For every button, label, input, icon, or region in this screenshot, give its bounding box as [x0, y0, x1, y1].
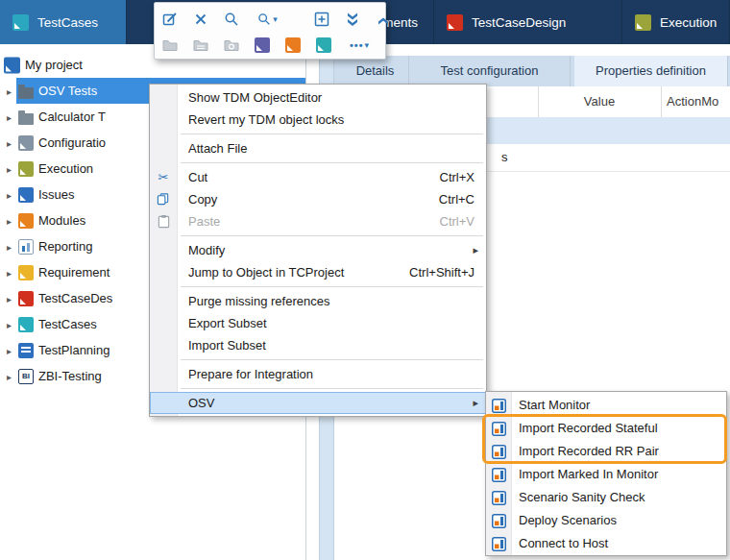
edit-icon[interactable]: [160, 10, 180, 29]
folder-search-icon[interactable]: [222, 36, 241, 55]
project-icon: [4, 57, 20, 73]
menu-shortcut: Ctrl+X: [440, 166, 474, 188]
submenu-arrow-icon: ▸: [473, 392, 478, 414]
osv-module-icon: [491, 467, 506, 482]
tab-label: TestCases: [37, 15, 98, 30]
module-teal-icon[interactable]: [314, 36, 333, 55]
menu-item-label: Paste: [188, 214, 220, 229]
expand-icon[interactable]: [374, 10, 393, 29]
menu-item-export-subset[interactable]: Export Subset: [150, 312, 486, 334]
tree-item-label: TestCases: [38, 317, 97, 331]
tree-item-label: TestCaseDes: [38, 291, 112, 305]
toolbar-row-1: ▾: [160, 6, 379, 32]
expand-arrow-icon[interactable]: ▸: [7, 371, 12, 381]
tree-item-label: Configuratio: [38, 135, 106, 150]
menu-item-attach-file[interactable]: Attach File: [150, 137, 486, 159]
menu-item-modify[interactable]: Modify ▸: [150, 239, 486, 261]
tab-execution[interactable]: Execution: [622, 0, 730, 44]
menu-separator: [181, 286, 483, 287]
expand-arrow-icon[interactable]: ▸: [7, 215, 12, 226]
expand-arrow-icon[interactable]: ▸: [7, 189, 12, 200]
expand-arrow-icon[interactable]: ▸: [7, 293, 12, 304]
menu-separator: [181, 162, 483, 163]
osv-module-icon: [491, 490, 506, 505]
menu-item-jump-to-object[interactable]: Jump to Object in TCProject Ctrl+Shift+J: [150, 261, 486, 283]
expand-arrow-icon[interactable]: ▸: [7, 345, 12, 355]
osv-module-icon: [491, 513, 506, 528]
menu-item-label: Scenario Sanity Check: [519, 490, 645, 504]
osv-module-icon: [491, 444, 506, 459]
tab-label: Execution: [660, 15, 717, 30]
menu-item-paste[interactable]: Paste Ctrl+V: [150, 210, 486, 232]
menu-separator: [181, 359, 483, 360]
add-box-icon[interactable]: [312, 10, 331, 29]
submenu-arrow-icon: ▸: [473, 239, 478, 261]
folder-icon: [18, 87, 34, 99]
submenu-item-deploy-scenarios[interactable]: Deploy Scenarios: [486, 509, 726, 532]
menu-item-label: Attach File: [188, 141, 247, 156]
folder-structure-icon[interactable]: [191, 36, 210, 55]
chevron-down-icon: ▾: [365, 40, 370, 50]
menu-item-import-subset[interactable]: Import Subset: [150, 334, 486, 356]
testcases-folder-icon: [18, 317, 34, 332]
delete-icon[interactable]: [191, 10, 210, 29]
tab-test-configuration[interactable]: Test configuration: [409, 56, 571, 86]
subtab-label: Properties definition: [596, 63, 706, 78]
expand-arrow-icon[interactable]: ▸: [7, 163, 12, 174]
submenu-item-import-recorded-rr-pair[interactable]: Import Recorded RR Pair: [486, 440, 726, 463]
menu-item-prepare-for-integration[interactable]: Prepare for Integration: [150, 363, 486, 385]
submenu-item-connect-to-host[interactable]: Connect to Host: [486, 532, 726, 555]
expand-arrow-icon[interactable]: ▸: [7, 319, 12, 329]
more-options-icon[interactable]: ••• ▾: [345, 36, 374, 55]
tree-item-label: ZBI-Testing: [38, 369, 102, 383]
menu-item-label: Connect to Host: [519, 536, 608, 550]
expand-arrow-icon[interactable]: ▸: [7, 267, 12, 278]
menu-item-copy[interactable]: Copy Ctrl+C: [150, 188, 486, 210]
osv-submenu: Start Monitor Import Recorded Stateful I…: [485, 391, 727, 556]
subtab-label: Test configuration: [441, 63, 539, 78]
menu-item-label: Revert my TDM object locks: [188, 112, 344, 127]
column-header-value[interactable]: Value: [538, 86, 661, 117]
zoom-dropdown-icon[interactable]: ▾: [253, 10, 281, 29]
tree-item-label: OSV Tests: [38, 84, 97, 98]
menu-item-purge-missing-references[interactable]: Purge missing references: [150, 290, 486, 312]
expand-arrow-icon[interactable]: ▸: [7, 85, 12, 96]
tree-item-label: Issues: [38, 187, 75, 202]
tab-properties-definition[interactable]: Properties definition: [574, 56, 728, 86]
testcasedesign-folder-icon: [18, 291, 34, 306]
tab-testcases[interactable]: TestCases: [0, 0, 127, 44]
submenu-item-scenario-sanity-check[interactable]: Scenario Sanity Check: [486, 486, 726, 509]
submenu-item-start-monitor[interactable]: Start Monitor: [486, 394, 726, 417]
menu-item-label: Show TDM ObjectEditor: [188, 90, 322, 105]
tab-details[interactable]: Details: [342, 56, 409, 86]
expand-arrow-icon[interactable]: ▸: [7, 111, 12, 122]
menu-separator: [181, 235, 483, 236]
application-window: TestCases Requirements TestCaseDesign Ex…: [0, 0, 730, 560]
menu-item-label: Import Subset: [188, 338, 266, 353]
menu-shortcut: Ctrl+C: [439, 188, 474, 210]
tab-testcasedesign[interactable]: TestCaseDesign: [434, 0, 622, 44]
menu-item-cut[interactable]: ✂ Cut Ctrl+X: [150, 166, 486, 188]
collapse-all-icon[interactable]: [343, 10, 362, 29]
submenu-item-import-marked-in-monitor[interactable]: Import Marked In Monitor: [486, 463, 726, 486]
expand-arrow-icon[interactable]: ▸: [7, 241, 12, 252]
menu-item-label: Import Recorded RR Pair: [519, 444, 659, 458]
menu-item-revert-tdm-locks[interactable]: Revert my TDM object locks: [150, 109, 486, 131]
submenu-item-import-recorded-stateful[interactable]: Import Recorded Stateful: [486, 417, 726, 440]
tree-item-label: Calculator T: [38, 110, 106, 124]
testcases-icon: [12, 14, 29, 31]
module-purple-icon[interactable]: [253, 36, 272, 55]
folder-icon[interactable]: [160, 36, 180, 55]
column-header-actionmode[interactable]: ActionMo: [667, 86, 718, 117]
zoom-icon[interactable]: [222, 10, 241, 29]
expand-arrow-icon[interactable]: ▸: [7, 137, 12, 148]
tab-label: TestCaseDesign: [472, 15, 566, 30]
reporting-icon: [18, 239, 34, 255]
tree-item-label: TestPlanning: [38, 343, 110, 357]
menu-item-show-tdm-objecteditor[interactable]: Show TDM ObjectEditor: [150, 86, 486, 109]
menu-item-label: Import Recorded Stateful: [519, 421, 658, 435]
menu-item-osv[interactable]: OSV ▸: [150, 392, 486, 414]
module-orange-icon[interactable]: [283, 36, 303, 55]
menu-item-label: Cut: [188, 170, 207, 184]
menu-separator: [181, 388, 483, 389]
